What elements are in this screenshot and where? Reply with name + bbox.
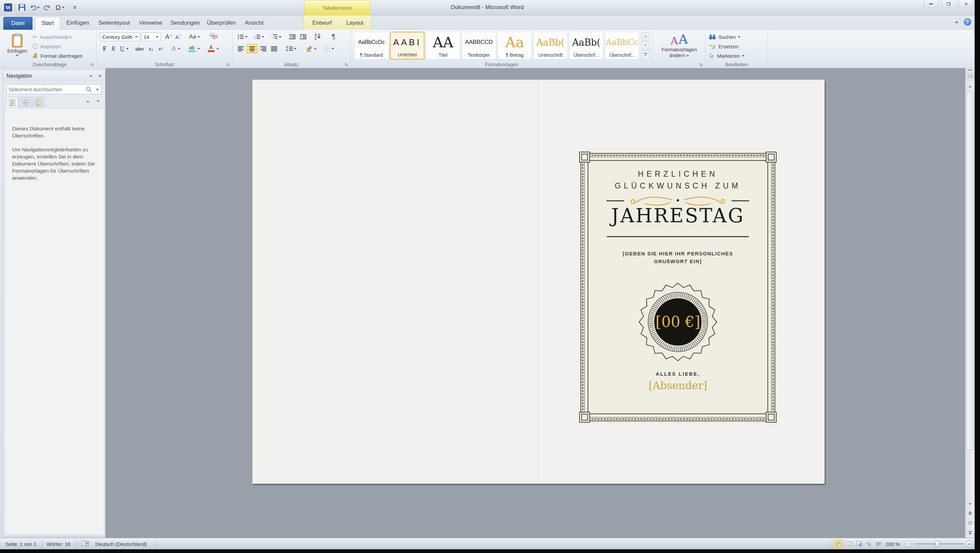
tab-layout[interactable]: Layout — [340, 17, 370, 30]
font-color-button[interactable]: A — [205, 44, 222, 53]
navigation-search-box[interactable] — [6, 84, 102, 94]
collapse-ribbon-button[interactable] — [952, 17, 961, 26]
word-count[interactable]: Wörter: 16 — [47, 538, 70, 550]
view-draft-button[interactable] — [874, 540, 883, 548]
font-dialog-launcher[interactable] — [226, 63, 230, 67]
tab-sendungen[interactable]: Sendungen — [168, 17, 202, 30]
previous-page-button[interactable] — [966, 509, 974, 518]
card-greeting-line2[interactable]: GLÜCKWUNSCH ZUM — [579, 181, 777, 191]
scroll-up-button[interactable] — [966, 83, 974, 91]
tab-ueberpruefen[interactable]: Überprüfen — [204, 17, 239, 30]
qat-customize-button[interactable] — [70, 3, 79, 12]
proofing-status[interactable] — [81, 538, 89, 550]
badge-amount-text[interactable]: [00 €] — [655, 313, 700, 331]
style-titel[interactable]: AA Titel — [426, 32, 460, 59]
document-page[interactable]: HERZLICHEN GLÜCKWUNSCH ZUM JAHR — [253, 80, 824, 484]
search-options-caret[interactable] — [96, 89, 99, 91]
zoom-out-button[interactable]: − — [905, 540, 912, 548]
style-standard[interactable]: AaBbCcDc ¶ Standard — [354, 32, 389, 59]
align-left-button[interactable] — [236, 44, 246, 53]
styles-more-button[interactable] — [641, 50, 649, 59]
decrease-indent-button[interactable] — [287, 32, 298, 41]
zoom-level[interactable]: 100 % — [885, 538, 900, 550]
anniversary-card[interactable]: HERZLICHEN GLÜCKWUNSCH ZUM JAHR — [579, 151, 777, 423]
help-button[interactable]: ? — [963, 17, 972, 26]
styles-scroll-down[interactable] — [641, 41, 649, 49]
style-untertitel[interactable]: AABI Untertitel — [390, 32, 425, 59]
underline-button[interactable]: U — [118, 44, 130, 53]
show-marks-button[interactable]: ¶ — [328, 32, 339, 41]
ruler-toggle-button[interactable] — [966, 72, 974, 80]
align-right-button[interactable] — [258, 44, 268, 53]
font-size-select[interactable]: 14 — [141, 32, 161, 41]
shading-button[interactable] — [303, 44, 319, 53]
search-icon[interactable] — [86, 86, 92, 92]
change-styles-dialog-launcher[interactable] — [699, 63, 703, 67]
select-browse-object-button[interactable] — [966, 519, 974, 527]
navigation-menu-caret[interactable] — [89, 75, 92, 77]
tab-entwurf[interactable]: Entwurf — [306, 17, 338, 30]
clipboard-dialog-launcher[interactable] — [90, 63, 94, 67]
replace-button[interactable]: abac Ersetzen — [709, 42, 738, 51]
change-styles-button[interactable]: A A Formatvorlagen ändern — [655, 32, 703, 63]
save-button[interactable] — [17, 3, 27, 12]
close-button[interactable]: × — [959, 0, 974, 8]
font-name-select[interactable]: Century Goth — [100, 32, 140, 41]
nav-tab-pages[interactable] — [19, 97, 32, 108]
word-app-icon[interactable]: W — [3, 3, 14, 12]
navigation-close-icon[interactable]: × — [98, 73, 102, 79]
view-outline-button[interactable] — [864, 540, 874, 548]
borders-button[interactable] — [321, 44, 337, 53]
line-spacing-button[interactable] — [283, 44, 299, 53]
tab-start[interactable]: Start — [35, 17, 60, 30]
tab-ansicht[interactable]: Ansicht — [240, 17, 268, 30]
style-unterschrift[interactable]: AaBb( Unterschrift — [533, 32, 568, 59]
view-print-layout-button[interactable] — [833, 540, 843, 548]
italic-button[interactable]: K — [110, 44, 118, 53]
style-betrag[interactable]: Aa ¶ Betrag — [498, 32, 532, 59]
numbering-button[interactable]: 123 — [251, 32, 266, 41]
tab-verweise[interactable]: Verweise — [136, 17, 165, 30]
symbol-button[interactable]: Ω — [53, 3, 67, 12]
highlight-button[interactable]: ab — [185, 44, 203, 53]
search-input[interactable] — [9, 85, 80, 93]
zoom-slider-track[interactable] — [915, 543, 964, 544]
tab-einfuegen[interactable]: Einfügen — [63, 17, 92, 30]
card-greeting-placeholder[interactable]: [GEBEN SIE HIER IHR PERSONLICHES GRUßWOR… — [607, 249, 749, 265]
scroll-down-button[interactable] — [966, 500, 974, 508]
cut-button[interactable]: ✂ Ausschneiden — [32, 32, 72, 41]
nav-previous-icon[interactable] — [86, 100, 89, 102]
zoom-in-button[interactable]: + — [966, 540, 973, 548]
find-button[interactable]: Suchen — [709, 32, 740, 41]
paste-button[interactable]: Einfügen — [5, 32, 30, 61]
superscript-button[interactable]: x² — [156, 44, 165, 53]
increase-indent-button[interactable] — [298, 32, 308, 41]
sort-button[interactable]: AZ — [312, 32, 325, 41]
redo-button[interactable] — [42, 3, 52, 12]
language-indicator[interactable]: Deutsch (Deutschland) — [95, 538, 147, 550]
split-handle[interactable] — [968, 70, 972, 71]
bold-button[interactable]: F — [101, 44, 109, 53]
page-indicator[interactable]: Seite: 1 von 1 — [5, 538, 37, 550]
change-case-button[interactable]: Aa — [187, 32, 202, 41]
select-button[interactable]: Markieren — [709, 51, 745, 60]
style-ueberschrift1[interactable]: AaBb( Überschrif... — [569, 32, 603, 59]
nav-next-icon[interactable] — [96, 100, 100, 102]
bullets-button[interactable] — [236, 32, 250, 41]
justify-button[interactable] — [269, 44, 279, 53]
grow-font-button[interactable]: A — [164, 32, 174, 41]
view-fullscreen-reading-button[interactable] — [844, 540, 854, 548]
scrollbar-thumb[interactable] — [966, 92, 974, 450]
undo-button[interactable] — [29, 3, 41, 12]
clear-formatting-button[interactable]: Aa — [208, 32, 220, 41]
amount-badge[interactable]: [00 €] — [637, 281, 718, 362]
view-web-layout-button[interactable] — [854, 540, 864, 548]
text-effects-button[interactable]: A — [169, 44, 183, 53]
tab-datei[interactable]: Datei — [3, 17, 32, 30]
copy-button[interactable]: Kopieren — [32, 42, 61, 51]
styles-scroll-up[interactable] — [641, 32, 649, 41]
strikethrough-button[interactable]: abe — [133, 44, 146, 53]
document-area[interactable]: HERZLICHEN GLÜCKWUNSCH ZUM JAHR — [105, 68, 965, 538]
card-title[interactable]: JAHRESTAG — [579, 204, 777, 227]
style-textkoerper[interactable]: AABBCCD Textkörper — [461, 32, 496, 59]
